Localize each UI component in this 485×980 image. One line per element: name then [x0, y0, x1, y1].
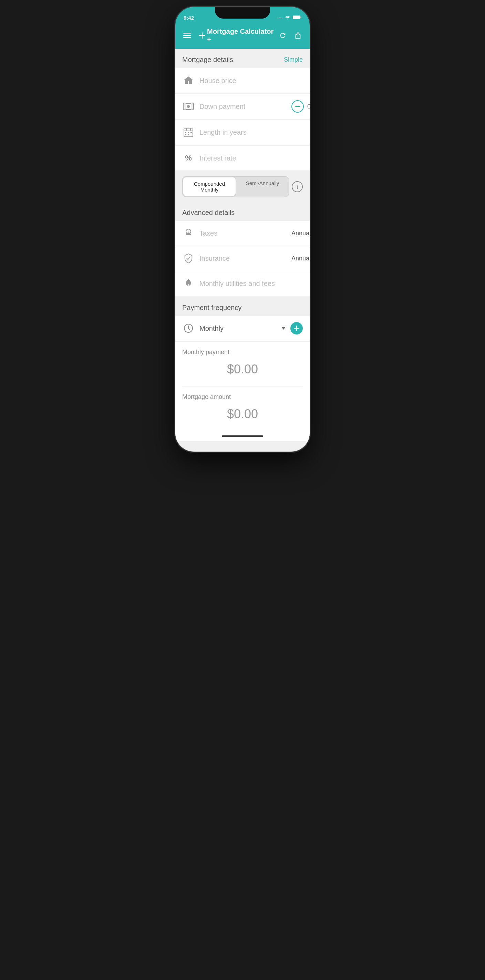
wifi-icon [285, 15, 291, 21]
taxes-frequency-dropdown[interactable]: Annually [291, 230, 310, 237]
house-icon [182, 75, 195, 87]
mortgage-amount-label: Mortgage amount [182, 393, 303, 401]
svg-rect-29 [294, 328, 299, 329]
decrease-down-payment-button[interactable] [291, 100, 304, 113]
simple-toggle[interactable]: Simple [284, 56, 303, 64]
svg-rect-10 [191, 103, 192, 110]
taxes-icon [182, 227, 195, 239]
money-icon [182, 100, 195, 113]
payment-frequency-title: Payment frequency [182, 304, 242, 312]
insurance-input[interactable] [199, 255, 286, 262]
svg-rect-0 [293, 16, 301, 19]
down-payment-percent: 0.0% [307, 103, 310, 110]
svg-rect-20 [191, 132, 192, 133]
compound-toggle-row: Compounded Monthly Semi-Annually i [175, 172, 310, 202]
compounded-monthly-option[interactable]: Compounded Monthly [183, 177, 235, 196]
percent-icon: % [182, 152, 195, 164]
insurance-frequency-dropdown[interactable]: Annually [291, 255, 310, 262]
home-indicator [175, 431, 310, 441]
svg-rect-15 [184, 130, 193, 131]
interest-rate-row: % [175, 146, 310, 171]
battery-icon [293, 15, 301, 21]
add-frequency-button[interactable] [290, 322, 303, 334]
interest-rate-input[interactable] [199, 154, 303, 162]
menu-button[interactable] [182, 31, 192, 40]
svg-rect-19 [188, 132, 189, 133]
svg-rect-16 [186, 128, 187, 130]
house-price-input[interactable] [199, 77, 303, 85]
frequency-row: Monthly [175, 316, 310, 341]
phone-frame: 9:42 ···· [175, 7, 310, 452]
add-button[interactable] [197, 31, 207, 40]
mortgage-amount-item: Mortgage amount $0.00 [175, 387, 310, 431]
down-payment-row: 0.0% [175, 94, 310, 119]
svg-rect-3 [183, 35, 191, 36]
svg-rect-22 [188, 134, 189, 135]
notch [215, 7, 270, 19]
taxes-frequency-value: Annually [291, 230, 310, 237]
frequency-select[interactable]: Monthly [199, 325, 286, 332]
semi-annually-option[interactable]: Semi-Annually [236, 177, 289, 197]
home-bar [222, 435, 263, 437]
input-fields-group: 0.0% [175, 68, 310, 171]
advanced-details-header: Advanced details [175, 202, 310, 221]
share-button[interactable] [293, 31, 303, 40]
clock-icon [182, 322, 195, 334]
svg-rect-11 [295, 106, 300, 107]
time-display: 9:42 [184, 15, 194, 21]
svg-rect-25 [188, 230, 188, 231]
refresh-button[interactable] [278, 31, 288, 40]
mortgage-details-title: Mortgage details [182, 56, 233, 64]
svg-rect-2 [183, 33, 191, 34]
frequency-chevron-icon [281, 327, 286, 330]
svg-rect-4 [183, 37, 191, 38]
header-right-group [278, 31, 303, 40]
mortgage-amount-value: $0.00 [182, 403, 303, 428]
app-title: Mortgage Calculator + [207, 27, 278, 43]
results-section: Monthly payment $0.00 Mortgage amount $0… [175, 342, 310, 431]
monthly-payment-label: Monthly payment [182, 348, 303, 356]
calendar-icon [182, 126, 195, 138]
frequency-value: Monthly [199, 325, 279, 332]
frequency-section-group: Monthly [175, 316, 310, 341]
compound-info-button[interactable]: i [292, 181, 303, 192]
svg-rect-18 [185, 132, 186, 133]
svg-point-8 [187, 105, 190, 108]
signal-icon: ···· [278, 15, 283, 20]
utilities-row [175, 271, 310, 296]
length-years-row [175, 120, 310, 145]
down-payment-input[interactable] [199, 103, 286, 111]
length-years-input[interactable] [199, 129, 303, 137]
svg-rect-26 [188, 284, 189, 286]
payment-frequency-header: Payment frequency [175, 297, 310, 316]
advanced-details-title: Advanced details [182, 209, 235, 217]
utilities-input[interactable] [199, 280, 303, 288]
main-content: Mortgage details Simple [175, 49, 310, 452]
taxes-row: Annually [175, 221, 310, 246]
advanced-fields-group: Annually Annually [175, 221, 310, 296]
insurance-icon [182, 252, 195, 264]
svg-rect-1 [301, 16, 301, 18]
svg-rect-9 [184, 103, 186, 110]
utilities-icon [182, 277, 195, 290]
svg-rect-6 [199, 35, 205, 36]
svg-rect-21 [185, 134, 186, 135]
taxes-input[interactable] [199, 229, 286, 237]
svg-rect-17 [190, 128, 191, 130]
mortgage-details-header: Mortgage details Simple [175, 49, 310, 68]
app-header: Mortgage Calculator + [175, 24, 310, 49]
insurance-frequency-value: Annually [291, 255, 310, 262]
down-payment-controls: 0.0% [291, 100, 310, 113]
insurance-row: Annually [175, 246, 310, 271]
compound-toggle-group: Compounded Monthly Semi-Annually [182, 177, 289, 197]
house-price-row [175, 68, 310, 93]
monthly-payment-item: Monthly payment $0.00 [175, 342, 310, 386]
monthly-payment-value: $0.00 [182, 359, 303, 383]
header-left-group [182, 31, 207, 40]
status-right-icons: ···· [278, 15, 301, 21]
